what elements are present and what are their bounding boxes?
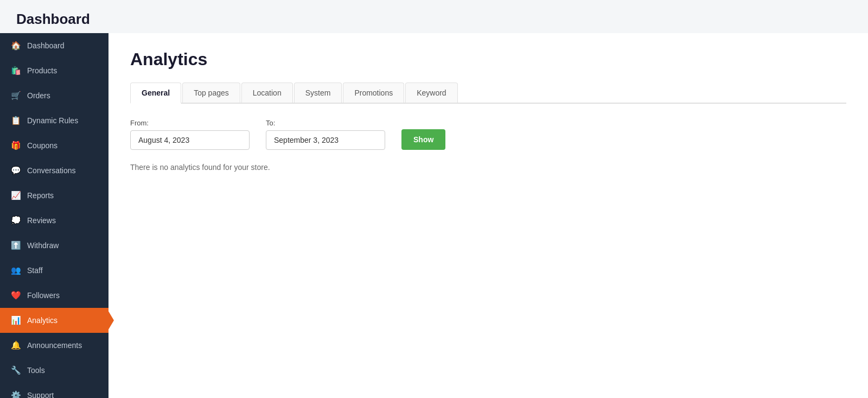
sidebar-label-orders: Orders bbox=[27, 91, 50, 100]
tab-location[interactable]: Location bbox=[241, 83, 293, 103]
sidebar-item-support[interactable]: ⚙️ Support bbox=[0, 383, 108, 398]
withdraw-icon: ⬆️ bbox=[11, 241, 21, 250]
sidebar-label-analytics: Analytics bbox=[27, 316, 58, 325]
sidebar: 🏠 Dashboard 🛍️ Products 🛒 Orders 📋 Dynam… bbox=[0, 33, 108, 398]
no-data-message: There is no analytics found for your sto… bbox=[130, 163, 846, 172]
sidebar-label-reviews: Reviews bbox=[27, 216, 56, 225]
from-label: From: bbox=[130, 119, 250, 127]
sidebar-item-dashboard[interactable]: 🏠 Dashboard bbox=[0, 33, 108, 58]
sidebar-label-announcements: Announcements bbox=[27, 341, 82, 350]
products-icon: 🛍️ bbox=[11, 66, 21, 75]
tools-icon: 🔧 bbox=[11, 365, 21, 375]
from-date-group: From: bbox=[130, 119, 250, 150]
sidebar-label-followers: Followers bbox=[27, 291, 60, 300]
orders-icon: 🛒 bbox=[11, 91, 21, 100]
staff-icon: 👥 bbox=[11, 266, 21, 275]
tabs-bar: GeneralTop pagesLocationSystemPromotions… bbox=[130, 83, 846, 104]
tab-keyword[interactable]: Keyword bbox=[405, 83, 457, 103]
content-title: Analytics bbox=[130, 49, 846, 70]
to-date-group: To: bbox=[266, 119, 385, 150]
to-label: To: bbox=[266, 119, 385, 127]
analytics-icon: 📊 bbox=[11, 315, 21, 325]
show-button[interactable]: Show bbox=[401, 129, 445, 150]
page-title-bar: Dashboard bbox=[0, 0, 868, 33]
tab-top-pages[interactable]: Top pages bbox=[182, 83, 240, 103]
coupons-icon: 🎁 bbox=[11, 141, 21, 150]
sidebar-item-announcements[interactable]: 🔔 Announcements bbox=[0, 333, 108, 358]
sidebar-label-conversations: Conversations bbox=[27, 166, 76, 175]
sidebar-label-staff: Staff bbox=[27, 266, 43, 275]
sidebar-label-coupons: Coupons bbox=[27, 141, 58, 150]
sidebar-item-conversations[interactable]: 💬 Conversations bbox=[0, 158, 108, 183]
to-date-input[interactable] bbox=[266, 130, 385, 150]
support-icon: ⚙️ bbox=[11, 390, 21, 398]
main-content: Analytics GeneralTop pagesLocationSystem… bbox=[108, 33, 868, 398]
sidebar-item-reviews[interactable]: 💭 Reviews bbox=[0, 208, 108, 233]
reviews-icon: 💭 bbox=[11, 216, 21, 225]
from-date-input[interactable] bbox=[130, 130, 250, 150]
sidebar-item-analytics[interactable]: 📊 Analytics bbox=[0, 308, 108, 333]
announcements-icon: 🔔 bbox=[11, 340, 21, 350]
sidebar-item-followers[interactable]: ❤️ Followers bbox=[0, 283, 108, 308]
sidebar-label-products: Products bbox=[27, 66, 57, 75]
conversations-icon: 💬 bbox=[11, 166, 21, 175]
sidebar-label-withdraw: Withdraw bbox=[27, 241, 59, 250]
sidebar-item-withdraw[interactable]: ⬆️ Withdraw bbox=[0, 233, 108, 258]
dashboard-icon: 🏠 bbox=[11, 41, 21, 50]
reports-icon: 📈 bbox=[11, 191, 21, 200]
page-title: Dashboard bbox=[16, 11, 852, 28]
sidebar-item-coupons[interactable]: 🎁 Coupons bbox=[0, 133, 108, 158]
page-wrapper: Dashboard 🏠 Dashboard 🛍️ Products 🛒 Orde… bbox=[0, 0, 868, 398]
followers-icon: ❤️ bbox=[11, 290, 21, 300]
sidebar-item-orders[interactable]: 🛒 Orders bbox=[0, 83, 108, 108]
sidebar-item-dynamic-rules[interactable]: 📋 Dynamic Rules bbox=[0, 108, 108, 133]
tab-promotions[interactable]: Promotions bbox=[343, 83, 404, 103]
sidebar-item-products[interactable]: 🛍️ Products bbox=[0, 58, 108, 83]
main-layout: 🏠 Dashboard 🛍️ Products 🛒 Orders 📋 Dynam… bbox=[0, 33, 868, 398]
sidebar-label-tools: Tools bbox=[27, 366, 45, 375]
tab-general[interactable]: General bbox=[130, 83, 181, 104]
dynamic-rules-icon: 📋 bbox=[11, 116, 21, 125]
sidebar-label-dashboard: Dashboard bbox=[27, 41, 65, 50]
date-filters: From: To: Show bbox=[130, 119, 846, 150]
tab-system[interactable]: System bbox=[294, 83, 342, 103]
sidebar-item-reports[interactable]: 📈 Reports bbox=[0, 183, 108, 208]
sidebar-item-staff[interactable]: 👥 Staff bbox=[0, 258, 108, 283]
sidebar-item-tools[interactable]: 🔧 Tools bbox=[0, 358, 108, 383]
sidebar-label-support: Support bbox=[27, 391, 54, 398]
sidebar-label-dynamic-rules: Dynamic Rules bbox=[27, 116, 78, 125]
sidebar-label-reports: Reports bbox=[27, 191, 54, 200]
